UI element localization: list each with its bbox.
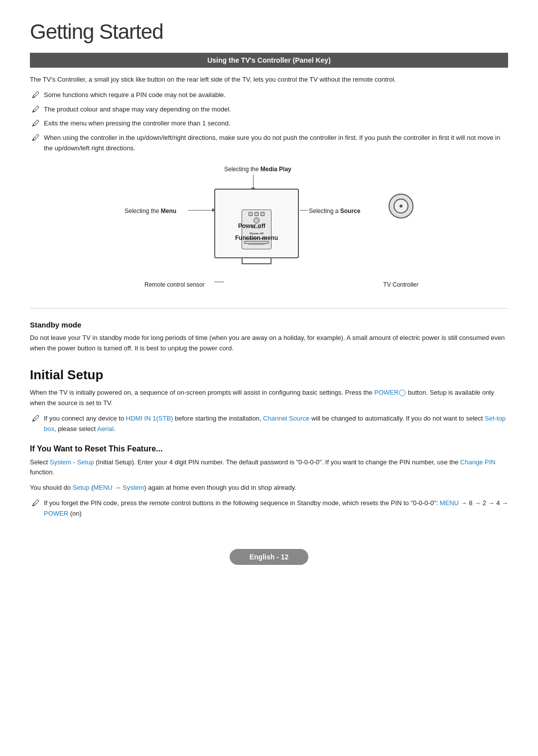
label-remote-sensor: Remote control sensor	[144, 281, 205, 288]
note-text-2: The product colour and shape may vary de…	[44, 105, 231, 115]
footer-label: English - 12	[230, 549, 309, 565]
reset-note-1: 🖊 If you forget the PIN code, press the …	[30, 498, 508, 519]
note-icon-4: 🖊	[32, 133, 40, 142]
hdmi-link: HDMI IN 1(STB)	[126, 415, 173, 422]
menu-link-1: MENU	[93, 484, 112, 491]
page-title: Getting Started	[30, 20, 508, 44]
note-icon-3: 🖊	[32, 119, 40, 128]
initial-note-icon-1: 🖊	[32, 414, 40, 423]
arrow-media-play-line	[253, 175, 254, 189]
power-icon-inline	[399, 390, 405, 396]
label-source: Selecting a Source	[309, 208, 360, 215]
change-pin-link: Change PIN	[460, 458, 496, 466]
note-item-4: 🖊 When using the controller in the up/do…	[30, 133, 508, 154]
standby-mode-text: Do not leave your TV in standby mode for…	[30, 333, 508, 354]
controller-diagram: Selecting the Media Play Return Power of…	[30, 164, 508, 293]
menu-link-2: MENU	[440, 499, 459, 507]
note-icon-2: 🖊	[32, 105, 40, 114]
arrow-menu-line	[188, 210, 214, 211]
note-item-1: 🖊 Some functions which require a PIN cod…	[30, 90, 508, 101]
power-inner-circle	[394, 199, 408, 214]
reset-para2: You should do Setup (MENU → System) agai…	[30, 483, 508, 493]
system-link: System	[50, 458, 71, 466]
tv-controller-circle	[389, 194, 413, 218]
poweroff-text: Power off	[238, 222, 266, 229]
aerial-link: Aerial	[97, 425, 114, 432]
label-source-bold: Source	[340, 208, 361, 215]
initial-note-1: 🖊 If you connect any device to HDMI IN 1…	[30, 414, 508, 434]
initial-setup-power-link: POWER	[374, 389, 399, 396]
ctrl-btn-mid	[255, 212, 259, 216]
reset-note-text-1: If you forget the PIN code, press the re…	[44, 498, 508, 519]
reset-feature-title: If You Want to Reset This Feature...	[30, 444, 508, 453]
label-menu: Selecting the Menu	[125, 208, 176, 215]
arrow-menu-head	[212, 208, 215, 212]
note-text-3: Exits the menu when pressing the control…	[44, 118, 230, 129]
note-text-4: When using the controller in the up/down…	[44, 133, 508, 154]
power-link-2: POWER	[44, 510, 68, 517]
note-item-2: 🖊 The product colour and shape may vary …	[30, 105, 508, 115]
label-menu-bold: Menu	[161, 208, 176, 215]
functionmenu-text: Function menu	[235, 234, 278, 241]
footer-bar: English - 12	[30, 549, 508, 565]
label-tv-controller: TV Controller	[383, 281, 418, 288]
ctrl-btn-left	[249, 212, 253, 216]
label-media-play-bold: Media Play	[261, 166, 291, 173]
setup-link-1: Setup	[77, 458, 94, 466]
power-dot	[400, 205, 403, 208]
tv-stand	[242, 257, 271, 264]
initial-setup-text: When the TV is initially powered on, a s…	[30, 388, 508, 409]
system-link-2: System	[123, 484, 144, 491]
standby-mode-title: Standby mode	[30, 321, 508, 329]
arrow-sensor-line	[214, 282, 224, 282]
setup-link-2: Setup	[73, 484, 90, 491]
controller-buttons-row	[249, 212, 265, 216]
divider-1	[30, 308, 508, 309]
note-item-3: 🖊 Exits the menu when pressing the contr…	[30, 118, 508, 129]
tv-controller-panel: Return Power off Function menu	[242, 210, 271, 249]
diagram-container: Selecting the Media Play Return Power of…	[115, 164, 423, 293]
channel-source-link: Channel Source	[263, 415, 309, 422]
intro-text: The TV's Controller, a small joy stick l…	[30, 75, 508, 85]
reset-note-icon-1: 🖊	[32, 499, 40, 508]
arrow-source-line	[300, 210, 308, 211]
note-icon-1: 🖊	[32, 91, 40, 100]
reset-para1: Select System - Setup (Initial Setup). E…	[30, 457, 508, 478]
note-text-1: Some functions which require a PIN code …	[44, 90, 226, 101]
initial-note-text-1: If you connect any device to HDMI IN 1(S…	[44, 414, 508, 434]
label-media-play: Selecting the Media Play	[224, 166, 291, 173]
initial-setup-prefix: When the TV is initially powered on, a s…	[30, 389, 374, 396]
section-header: Using the TV's Controller (Panel Key)	[30, 53, 508, 68]
ctrl-btn-right	[261, 212, 265, 216]
initial-setup-title: Initial Setup	[30, 367, 508, 383]
